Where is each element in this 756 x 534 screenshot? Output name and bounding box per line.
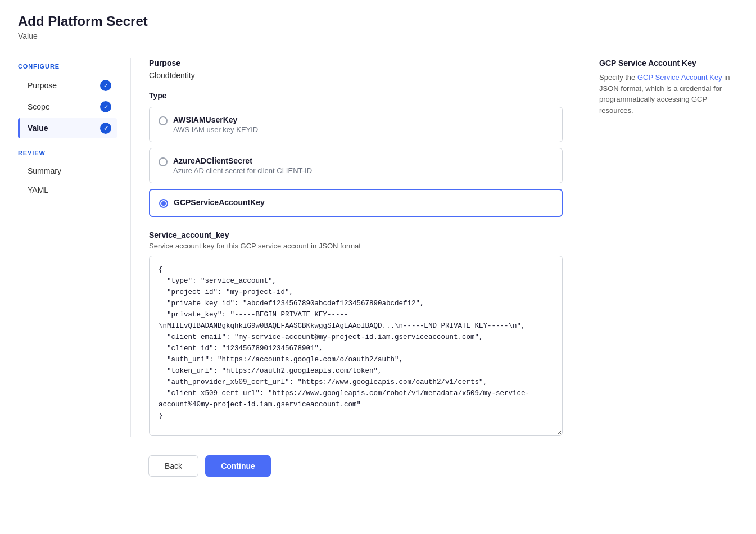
scope-check-icon: ✓ bbox=[100, 101, 111, 112]
configure-section-label: CONFIGURE bbox=[18, 63, 117, 70]
service-key-section: Service_account_key Service account key … bbox=[149, 230, 563, 437]
radio-title-gcp: GCPServiceAccountKey bbox=[174, 198, 265, 207]
continue-button[interactable]: Continue bbox=[205, 455, 271, 477]
service-key-desc: Service account key for this GCP service… bbox=[149, 242, 563, 250]
right-panel: GCP Service Account Key Specify the GCP … bbox=[581, 58, 738, 437]
purpose-check-icon: ✓ bbox=[100, 80, 111, 91]
sidebar-item-value[interactable]: Value ✓ bbox=[18, 118, 117, 138]
sidebar: CONFIGURE Purpose ✓ Scope ✓ Value ✓ REVI… bbox=[18, 58, 130, 437]
sidebar-purpose-label: Purpose bbox=[28, 81, 57, 90]
radio-option-aws[interactable]: AWSIAMUserKey AWS IAM user key KEYID bbox=[149, 107, 563, 142]
radio-desc-aws: AWS IAM user key KEYID bbox=[173, 125, 258, 134]
radio-option-azure[interactable]: AzureADClientSecret Azure AD client secr… bbox=[149, 148, 563, 183]
main-content: Purpose CloudIdentity Type AWSIAMUserKey… bbox=[130, 58, 581, 437]
right-panel-desc-prefix: Specify the bbox=[599, 73, 637, 82]
gcp-service-account-key-link[interactable]: GCP Service Account Key bbox=[637, 73, 722, 82]
radio-content-gcp: GCPServiceAccountKey bbox=[174, 198, 265, 207]
sidebar-scope-label: Scope bbox=[28, 102, 50, 111]
radio-circle-gcp bbox=[159, 199, 168, 208]
sidebar-item-purpose[interactable]: Purpose ✓ bbox=[18, 75, 117, 96]
sidebar-yaml-label: YAML bbox=[28, 185, 48, 194]
page-subtitle: Value bbox=[18, 31, 738, 40]
back-button[interactable]: Back bbox=[148, 455, 198, 477]
type-section-label: Type bbox=[149, 91, 563, 100]
radio-desc-azure: Azure AD client secret for client CLIENT… bbox=[173, 166, 312, 175]
radio-dot-gcp bbox=[161, 201, 166, 206]
radio-title-azure: AzureADClientSecret bbox=[173, 156, 312, 165]
right-panel-desc: Specify the GCP Service Account Key in J… bbox=[599, 72, 738, 116]
radio-circle-aws bbox=[159, 116, 168, 125]
right-panel-title: GCP Service Account Key bbox=[599, 58, 738, 67]
footer-buttons: Back Continue bbox=[18, 455, 738, 477]
value-check-icon: ✓ bbox=[100, 123, 111, 134]
service-key-title: Service_account_key bbox=[149, 230, 563, 239]
sidebar-value-label: Value bbox=[28, 124, 48, 133]
sidebar-item-summary[interactable]: Summary bbox=[18, 162, 117, 180]
sidebar-summary-label: Summary bbox=[28, 166, 61, 175]
radio-option-gcp[interactable]: GCPServiceAccountKey bbox=[149, 189, 563, 217]
radio-title-aws: AWSIAMUserKey bbox=[173, 115, 258, 124]
sidebar-item-scope[interactable]: Scope ✓ bbox=[18, 97, 117, 117]
sidebar-item-yaml[interactable]: YAML bbox=[18, 181, 117, 199]
purpose-field-value: CloudIdentity bbox=[149, 71, 563, 80]
json-textarea[interactable] bbox=[149, 256, 563, 436]
purpose-field-label: Purpose bbox=[149, 58, 563, 67]
review-section-label: REVIEW bbox=[18, 150, 117, 156]
radio-content-azure: AzureADClientSecret Azure AD client secr… bbox=[173, 156, 312, 175]
radio-circle-azure bbox=[159, 157, 168, 166]
page-title: Add Platform Secret bbox=[18, 13, 738, 29]
radio-content-aws: AWSIAMUserKey AWS IAM user key KEYID bbox=[173, 115, 258, 134]
